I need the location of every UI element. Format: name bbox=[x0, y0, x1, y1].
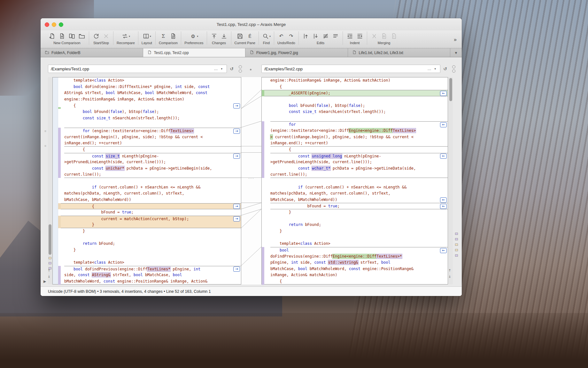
code-line[interactable]: bool doFindPrevious(engine::DiffTextLine… bbox=[64, 266, 241, 272]
toolbar-button-encoding[interactable]: É bbox=[246, 32, 254, 40]
toolbar-overflow-button[interactable]: » bbox=[453, 37, 458, 43]
right-code[interactable]: engine::PositionRange& inRange, Action& … bbox=[264, 77, 448, 284]
go-first-change-button[interactable]: ⤒ bbox=[449, 268, 451, 273]
code-line[interactable]: for (engine::textiterator<engine::DiffTe… bbox=[64, 128, 241, 134]
toolbar-button-merge-doc[interactable] bbox=[380, 32, 388, 40]
code-line[interactable]: const unichar* pchData = pEngine->getLin… bbox=[64, 165, 241, 172]
toolbar-button-prev-edit[interactable] bbox=[302, 32, 310, 40]
change-overview-marker[interactable] bbox=[49, 257, 51, 259]
toolbar-button-merge-warn[interactable] bbox=[390, 32, 398, 40]
right-scrollbar-thumb[interactable] bbox=[449, 78, 452, 101]
toolbar-button-merge-auto[interactable] bbox=[370, 32, 378, 40]
toolbar-button-edit-lines[interactable] bbox=[332, 32, 339, 40]
toolbar-button-layout[interactable]: ▾ bbox=[143, 32, 151, 40]
right-path-dropdown-button[interactable]: ▾ bbox=[433, 67, 437, 70]
merge-to-right-button[interactable]: → bbox=[233, 129, 240, 134]
code-line[interactable]: bFound = true; bbox=[64, 209, 241, 216]
code-line[interactable]: const wchar_t* pchData = pEngine->getLin… bbox=[270, 165, 448, 172]
code-line[interactable]: > current(inRange.begin(), pEngine, side… bbox=[270, 134, 448, 140]
left-link-toggle[interactable] bbox=[239, 65, 242, 73]
left-code[interactable]: template<class Action> bool doFind(engin… bbox=[61, 77, 241, 284]
code-line[interactable]: for bbox=[270, 121, 448, 128]
code-line[interactable]: bMatchCase, bMatchWholeWord)) bbox=[64, 197, 241, 203]
collapsed-region-indicator[interactable]: ··· bbox=[241, 176, 261, 180]
toolbar-button-indent-more[interactable] bbox=[356, 32, 364, 40]
left-scrollbar-thumb[interactable] bbox=[49, 224, 51, 255]
left-path-menu-button[interactable]: … bbox=[212, 67, 219, 71]
code-line[interactable]: if (current.column() + nSearchLen <= nLe… bbox=[64, 184, 241, 191]
code-line[interactable]: engine::PositionRange& inRange, Action& … bbox=[64, 96, 241, 103]
code-line[interactable]: } bbox=[64, 228, 241, 235]
toolbar-button-doc-report[interactable] bbox=[169, 32, 177, 40]
tab-foldera-folderb[interactable]: FolderA, FolderB bbox=[41, 48, 143, 57]
change-overview-marker[interactable] bbox=[455, 254, 458, 257]
code-line[interactable]: template<class Action> bbox=[270, 241, 448, 247]
code-line[interactable]: const size_t nSearchLen(strText.length()… bbox=[270, 109, 448, 115]
toolbar-button-gear[interactable]: ⚙▾ bbox=[190, 32, 198, 40]
code-line[interactable] bbox=[270, 216, 448, 222]
code-line[interactable]: current.line()); bbox=[64, 172, 241, 178]
close-button[interactable] bbox=[45, 22, 49, 27]
code-line[interactable]: inRange.end(); ++current) bbox=[64, 140, 241, 147]
code-line[interactable]: template<class Action> bbox=[64, 77, 241, 84]
toolbar-button-prev-change[interactable] bbox=[210, 32, 218, 40]
right-link-toggle[interactable] bbox=[452, 65, 455, 73]
code-line[interactable]: } bbox=[61, 222, 241, 228]
code-line[interactable]: const unsigned long nLength(pEngine- bbox=[270, 153, 448, 159]
toolbar-button-folder-compare[interactable] bbox=[78, 32, 86, 40]
tab-list-dropdown-button[interactable]: ▼ bbox=[450, 48, 462, 57]
change-overview-marker[interactable] bbox=[455, 238, 458, 240]
code-line[interactable]: current(inRange.begin(), pEngine, side);… bbox=[64, 134, 241, 140]
toolbar-button-doc-compare[interactable] bbox=[68, 32, 76, 40]
toolbar-button-doc-new[interactable] bbox=[48, 32, 56, 40]
code-line[interactable] bbox=[270, 115, 448, 122]
tab-test1-cpp-test2-cpp[interactable]: Test1.cpp, Test2.cpp bbox=[143, 48, 246, 57]
merge-to-right-button[interactable]: → bbox=[233, 216, 240, 221]
merge-to-left-button[interactable]: ← bbox=[440, 91, 447, 96]
merge-to-right-button[interactable]: → bbox=[233, 267, 240, 272]
code-line[interactable] bbox=[64, 121, 241, 128]
merge-to-right-button[interactable]: → bbox=[233, 204, 240, 209]
code-line[interactable]: { bbox=[61, 203, 241, 210]
toolbar-button-indent-less[interactable] bbox=[346, 32, 354, 40]
code-line[interactable]: bMatchCase, bool bMatchWholeWord, const … bbox=[270, 266, 448, 272]
toolbar-button-next-change[interactable] bbox=[220, 32, 228, 40]
go-last-change-button[interactable]: ⤓ bbox=[48, 274, 50, 278]
code-line[interactable]: const size_t nSearchLen(strText.length()… bbox=[64, 115, 241, 122]
code-line[interactable]: AString& strText, bool bMatchCase, bool … bbox=[64, 90, 241, 96]
code-line[interactable]: bMatchCase, bMatchWholeWord)) bbox=[270, 197, 448, 203]
minimize-button[interactable] bbox=[52, 22, 56, 27]
code-line[interactable]: (engine::textiterator<engine::DiffEngine… bbox=[270, 128, 448, 134]
title-bar[interactable]: Test1.cpp, Test2.cpp – Araxis Merge bbox=[41, 18, 462, 30]
code-line[interactable]: pEngine, int side, const std::wstring& s… bbox=[270, 260, 448, 266]
code-line[interactable]: matches(pchData, nLength, current.column… bbox=[270, 190, 448, 197]
code-line[interactable]: inRange, Action& matchAction) bbox=[270, 272, 448, 278]
code-line[interactable]: { bbox=[270, 147, 448, 153]
code-line[interactable] bbox=[270, 96, 448, 103]
code-line[interactable]: bFound = true; bbox=[270, 203, 448, 210]
code-line[interactable]: { bbox=[64, 103, 241, 109]
merge-to-left-button[interactable]: ← bbox=[440, 154, 447, 159]
right-path-menu-button[interactable]: … bbox=[426, 67, 433, 71]
code-line[interactable]: inRange.end(); ++current) bbox=[270, 140, 448, 147]
code-line[interactable]: return bFound; bbox=[270, 222, 448, 228]
toolbar-button-doc-text[interactable] bbox=[58, 32, 66, 40]
code-line[interactable]: template<class Action> bbox=[64, 260, 241, 266]
code-line[interactable] bbox=[270, 235, 448, 241]
code-line[interactable]: { bbox=[270, 278, 448, 284]
zoom-button[interactable] bbox=[59, 22, 63, 27]
toolbar-button-refresh[interactable] bbox=[92, 32, 100, 40]
right-scrollbar[interactable]: ⤒ ⤓ bbox=[449, 77, 453, 284]
toolbar-button-save[interactable] bbox=[236, 32, 244, 40]
right-file-path-box[interactable]: /Examples/Test2.cpp … ▾ bbox=[261, 65, 440, 73]
change-overview-marker[interactable] bbox=[455, 249, 458, 251]
right-reload-button[interactable]: ↺ bbox=[443, 66, 447, 71]
code-line[interactable]: >getPrunedLineLength(side, current.line(… bbox=[64, 159, 241, 165]
code-line[interactable]: { bbox=[270, 84, 448, 90]
code-line[interactable]: bool doFind(engine::DiffTextLines* pEngi… bbox=[64, 84, 241, 90]
merge-to-left-button[interactable]: ← bbox=[440, 204, 447, 209]
change-overview-marker[interactable] bbox=[455, 233, 458, 235]
go-first-change-button[interactable]: ⤒ bbox=[48, 268, 50, 273]
code-line[interactable]: } bbox=[270, 209, 448, 216]
code-line[interactable]: bMatchWholeWord, const engine::PositionR… bbox=[64, 278, 241, 284]
